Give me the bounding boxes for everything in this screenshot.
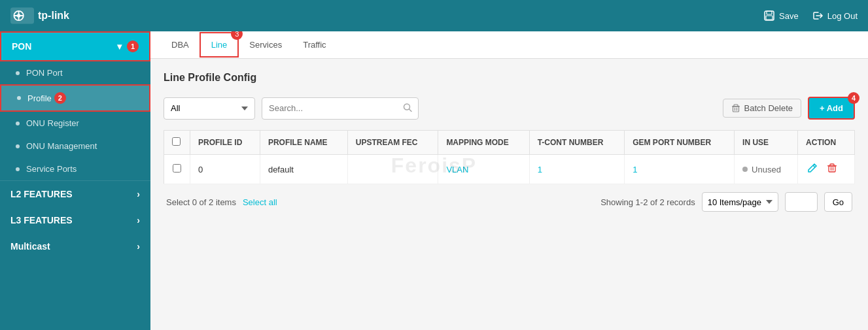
th-in-use: IN USE bbox=[735, 131, 798, 155]
gem-port-link[interactable]: 1 bbox=[633, 165, 637, 174]
td-upstream-fec bbox=[347, 155, 438, 184]
content-area: DBA Line 3 Services Traffic Line Profile… bbox=[150, 31, 868, 330]
l2-chevron-icon: › bbox=[137, 189, 140, 199]
search-wrapper bbox=[262, 97, 419, 120]
td-action bbox=[798, 155, 855, 184]
sidebar-item-onu-register[interactable]: ONU Register bbox=[0, 112, 150, 135]
td-t-cont-number: 1 bbox=[529, 155, 625, 184]
pon-chevron-icon: ▾ bbox=[117, 41, 122, 52]
td-checkbox bbox=[164, 155, 190, 184]
data-table: PROFILE ID PROFILE NAME UPSTREAM FEC MAP… bbox=[164, 130, 855, 184]
tab-traffic[interactable]: Traffic bbox=[292, 33, 336, 56]
tab-services[interactable]: Services bbox=[239, 33, 292, 56]
page-title: Line Profile Config bbox=[164, 72, 855, 84]
svg-point-2 bbox=[17, 14, 20, 17]
table-row: 0 default VLAN 1 1 Unused bbox=[164, 155, 855, 184]
dot-icon bbox=[16, 144, 20, 148]
page-content: Line Profile Config All bbox=[150, 59, 868, 233]
th-checkbox bbox=[164, 131, 190, 155]
dot-icon bbox=[17, 96, 21, 100]
delete-icon bbox=[827, 163, 837, 173]
td-gem-port-number: 1 bbox=[625, 155, 735, 184]
multicast-chevron-icon: › bbox=[137, 241, 140, 252]
th-mapping-mode: MAPPING MODE bbox=[438, 131, 529, 155]
th-profile-name: PROFILE NAME bbox=[260, 131, 347, 155]
th-profile-id: PROFILE ID bbox=[190, 131, 260, 155]
sidebar-item-l3-features[interactable]: L3 FEATURES › bbox=[0, 207, 150, 233]
logo: tp-link bbox=[10, 7, 69, 25]
sidebar-item-pon-port[interactable]: PON Port bbox=[0, 61, 150, 84]
sidebar-item-service-ports[interactable]: Service Ports bbox=[0, 157, 150, 180]
footer-left: Select 0 of 2 items Select all bbox=[166, 197, 277, 207]
th-upstream-fec: UPSTREAM FEC bbox=[347, 131, 438, 155]
tp-link-logo-icon bbox=[10, 7, 34, 25]
th-gem-port-number: GEM PORT NUMBER bbox=[625, 131, 735, 155]
trash-icon bbox=[731, 104, 740, 113]
toolbar-left: All bbox=[164, 97, 419, 120]
select-all-checkbox[interactable] bbox=[172, 137, 181, 146]
th-t-cont-number: T-CONT NUMBER bbox=[529, 131, 625, 155]
toolbar: All Batch Delete + Add bbox=[164, 97, 855, 120]
top-actions: Save Log Out bbox=[763, 10, 858, 22]
status-dot-icon bbox=[742, 167, 748, 172]
th-action: ACTION bbox=[798, 131, 855, 155]
batch-delete-button[interactable]: Batch Delete bbox=[723, 99, 801, 118]
edit-icon bbox=[807, 163, 818, 173]
add-button[interactable]: + Add 4 bbox=[808, 97, 855, 120]
page-number-input[interactable] bbox=[785, 192, 818, 212]
svg-line-10 bbox=[813, 165, 815, 167]
in-use-status: Unused bbox=[742, 165, 781, 174]
sidebar-section-pon: PON ▾ 1 PON Port Profile 2 ONU Register bbox=[0, 31, 150, 181]
td-mapping-mode: VLAN bbox=[438, 155, 529, 184]
footer-right: Showing 1-2 of 2 records 10 Items/page 2… bbox=[600, 192, 852, 212]
main-layout: PON ▾ 1 PON Port Profile 2 ONU Register bbox=[0, 31, 868, 330]
sidebar-item-profile[interactable]: Profile 2 bbox=[0, 84, 150, 112]
row-checkbox[interactable] bbox=[173, 164, 181, 173]
logo-text: tp-link bbox=[38, 10, 69, 22]
action-icons bbox=[806, 161, 846, 177]
td-profile-name: default bbox=[260, 155, 347, 184]
logout-button[interactable]: Log Out bbox=[812, 10, 858, 22]
td-in-use: Unused bbox=[735, 155, 798, 184]
search-input[interactable] bbox=[262, 97, 419, 120]
showing-text: Showing 1-2 of 2 records bbox=[600, 197, 695, 207]
dot-icon bbox=[16, 167, 20, 171]
svg-rect-9 bbox=[733, 107, 738, 112]
pon-badge: 1 bbox=[127, 41, 139, 52]
toolbar-right: Batch Delete + Add 4 bbox=[723, 97, 855, 120]
dot-icon bbox=[16, 122, 20, 125]
delete-button[interactable] bbox=[825, 161, 839, 177]
profile-badge: 2 bbox=[54, 92, 66, 104]
svg-rect-12 bbox=[829, 166, 835, 172]
select-all-link[interactable]: Select all bbox=[243, 197, 277, 207]
t-cont-link[interactable]: 1 bbox=[538, 165, 542, 174]
save-button[interactable]: Save bbox=[763, 10, 799, 22]
filter-select[interactable]: All bbox=[164, 97, 255, 120]
edit-button[interactable] bbox=[806, 161, 819, 177]
sidebar-item-pon[interactable]: PON ▾ 1 bbox=[0, 31, 150, 61]
go-button[interactable]: Go bbox=[824, 192, 852, 212]
add-badge: 4 bbox=[848, 92, 859, 104]
sidebar: PON ▾ 1 PON Port Profile 2 ONU Register bbox=[0, 31, 150, 330]
top-nav: tp-link Save Log Out bbox=[0, 0, 868, 31]
svg-rect-5 bbox=[766, 16, 773, 20]
tab-dba[interactable]: DBA bbox=[161, 33, 200, 56]
mapping-mode-link[interactable]: VLAN bbox=[446, 165, 468, 174]
select-count: Select 0 of 2 items bbox=[166, 197, 236, 207]
sidebar-item-multicast[interactable]: Multicast › bbox=[0, 233, 150, 259]
logout-icon bbox=[812, 10, 824, 22]
dot-icon bbox=[16, 71, 20, 75]
l3-chevron-icon: › bbox=[137, 215, 140, 225]
table-footer: Select 0 of 2 items Select all Showing 1… bbox=[164, 184, 855, 220]
sidebar-item-l2-features[interactable]: L2 FEATURES › bbox=[0, 181, 150, 207]
sidebar-item-onu-management[interactable]: ONU Management bbox=[0, 135, 150, 157]
td-profile-id: 0 bbox=[190, 155, 260, 184]
tabs-bar: DBA Line 3 Services Traffic bbox=[150, 31, 868, 59]
table-header-row: PROFILE ID PROFILE NAME UPSTREAM FEC MAP… bbox=[164, 131, 855, 155]
items-per-page-select[interactable]: 10 Items/page 20 Items/page 50 Items/pag… bbox=[702, 192, 778, 212]
tab-line[interactable]: Line 3 bbox=[200, 32, 239, 58]
save-icon bbox=[763, 10, 775, 22]
